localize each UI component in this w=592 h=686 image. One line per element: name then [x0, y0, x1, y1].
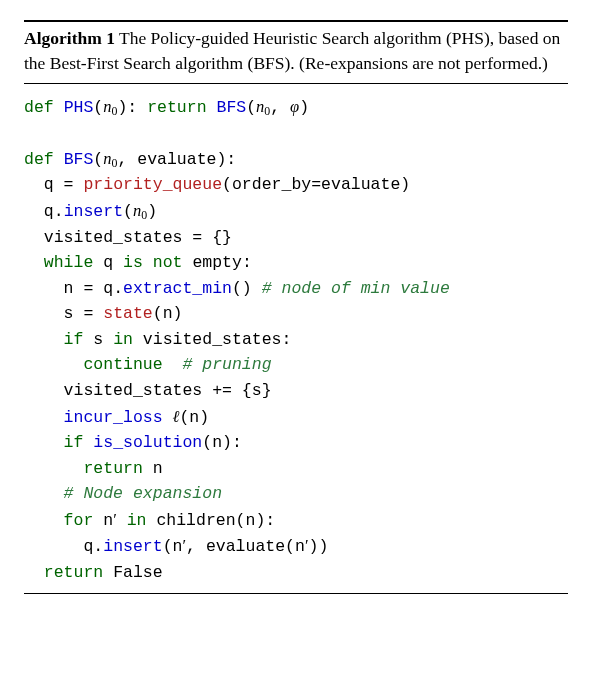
kw-continue: continue [83, 355, 162, 374]
arg-n-4: n [246, 511, 256, 530]
kwarg-order-by: order_by [232, 175, 311, 194]
kw-return-3: return [44, 563, 103, 582]
arg-nprime-2: n′ [295, 537, 309, 556]
var-s-2: s [93, 330, 103, 349]
arg-n-2: n [189, 408, 199, 427]
fn-insert: insert [64, 202, 123, 221]
sym-n0-4: n0 [133, 201, 147, 220]
arg-nprime: n′ [173, 537, 187, 556]
cls-priority-queue: priority_queue [83, 175, 222, 194]
sym-n0-3: n0 [103, 149, 117, 168]
var-n: n [64, 279, 74, 298]
kw-is: is [123, 253, 143, 272]
lit-set-s: {s} [242, 381, 272, 400]
lit-empty-set: {} [212, 228, 232, 247]
fn-insert-2: insert [103, 537, 162, 556]
kw-not: not [153, 253, 183, 272]
algorithm-body: def PHS(n0): return BFS(n0, φ) def BFS(n… [24, 84, 568, 594]
kw-while: while [44, 253, 94, 272]
fn-incur-loss: incur_loss [64, 408, 163, 427]
param-evaluate: evaluate [137, 150, 216, 169]
arg-n: n [163, 304, 173, 323]
var-visited-2: visited_states [143, 330, 282, 349]
sym-n0: n0 [103, 97, 117, 116]
var-q-4: q [103, 279, 113, 298]
comment-expansion: # Node expansion [64, 484, 222, 503]
kw-return-2: return [83, 459, 142, 478]
var-q: q [44, 175, 54, 194]
kw-in: in [113, 330, 133, 349]
sym-n0-2: n0 [256, 97, 270, 116]
kw-return: return [147, 98, 206, 117]
lit-false: False [113, 563, 163, 582]
arg-n-3: n [212, 433, 222, 452]
kw-if: if [64, 330, 84, 349]
sym-ell: ℓ [173, 407, 180, 426]
arg-evaluate: evaluate [321, 175, 400, 194]
sym-phi: φ [290, 97, 299, 116]
kw-if-2: if [64, 433, 84, 452]
fn-is-solution: is_solution [93, 433, 202, 452]
var-q-3: q [103, 253, 113, 272]
fn-phs: PHS [64, 98, 94, 117]
fn-extract-min: extract_min [123, 279, 232, 298]
arg-evaluate-2: evaluate [206, 537, 285, 556]
kw-def: def [24, 98, 54, 117]
txt-empty: empty [192, 253, 242, 272]
algorithm-header: Algorithm 1 The Policy-guided Heuristic … [24, 22, 568, 84]
ret-n: n [153, 459, 163, 478]
algorithm-label: Algorithm 1 [24, 28, 115, 48]
fn-bfs: BFS [64, 150, 94, 169]
var-visited-3: visited_states [64, 381, 203, 400]
fn-children: children [156, 511, 235, 530]
var-nprime: n′ [103, 511, 117, 530]
kw-def-2: def [24, 150, 54, 169]
cls-state: state [103, 304, 153, 323]
var-s: s [64, 304, 74, 323]
var-q-5: q [83, 537, 93, 556]
fn-bfs-call: BFS [216, 98, 246, 117]
kw-in-2: in [127, 511, 147, 530]
algorithm-box: Algorithm 1 The Policy-guided Heuristic … [24, 20, 568, 594]
comment-min-value: # node of min value [262, 279, 450, 298]
comment-pruning: # pruning [182, 355, 271, 374]
kw-for: for [64, 511, 94, 530]
var-visited: visited_states [44, 228, 183, 247]
var-q-2: q [44, 202, 54, 221]
